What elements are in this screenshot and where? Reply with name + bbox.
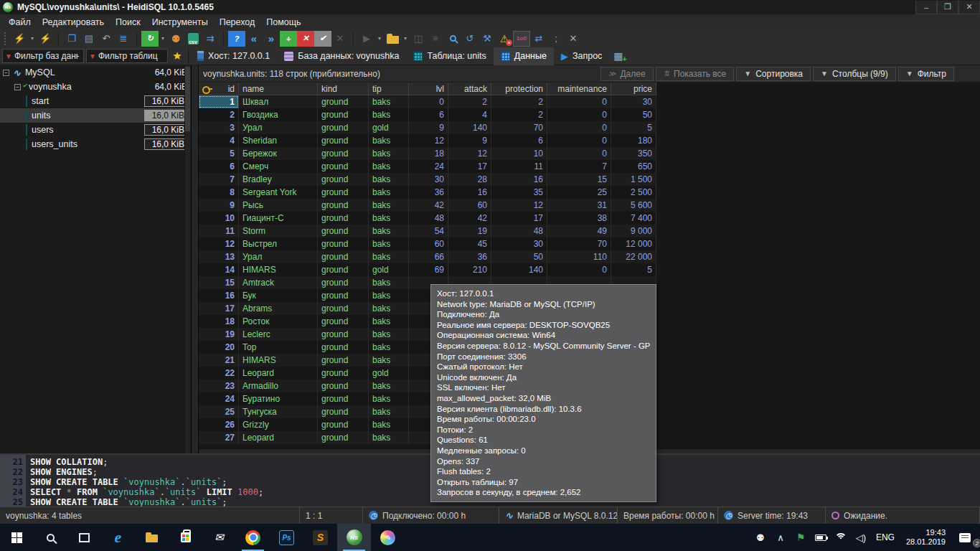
wrap-lines-icon[interactable]: ⇄ [530, 31, 547, 47]
column-header-lvl[interactable]: lvl [409, 83, 448, 95]
disconnect-icon[interactable]: ⚡ [37, 31, 54, 47]
cell[interactable]: 15 [547, 173, 611, 186]
cell[interactable]: 21 [199, 354, 239, 367]
cell[interactable]: baks [369, 405, 409, 418]
sublime-text-icon[interactable]: S [303, 524, 337, 551]
cell[interactable]: ground [318, 367, 369, 380]
menu-item[interactable]: Инструменты [146, 16, 214, 29]
cell[interactable]: 110 [547, 250, 611, 263]
tab-host[interactable]: Хост: 127.0.0.1 [190, 47, 277, 65]
minimize-button[interactable]: – [915, 1, 937, 14]
save-icon[interactable]: ◫ [410, 31, 427, 47]
cell[interactable]: 11 [199, 225, 239, 237]
cell[interactable]: baks [369, 315, 409, 328]
edge-icon[interactable]: e [101, 524, 135, 551]
cell[interactable]: baks [369, 134, 409, 147]
cell[interactable]: ground [318, 173, 369, 186]
tab-query[interactable]: ▶ Запрос [554, 47, 609, 65]
cell[interactable]: ground [318, 147, 369, 160]
sidebar-item-users[interactable]: users16,0 KiB [0, 123, 191, 137]
table-filter-input[interactable]: ▼ [86, 49, 168, 63]
cell[interactable]: Armadillo [239, 380, 318, 392]
open-file-icon[interactable] [384, 31, 401, 47]
cell[interactable]: 30 [491, 237, 547, 250]
cell[interactable]: 210 [448, 263, 491, 276]
flag-icon[interactable]: ⚑ [791, 524, 810, 551]
copy-icon[interactable]: ❐ [63, 31, 80, 47]
cell[interactable]: Рысь [239, 199, 318, 212]
cell[interactable]: 30 [409, 173, 448, 186]
cell[interactable]: 50 [611, 108, 656, 121]
sidebar-item-users_units[interactable]: users_units16,0 KiB [0, 137, 191, 151]
cell[interactable]: Бук [239, 289, 318, 302]
close-editor-icon[interactable]: ✕ [565, 31, 582, 47]
help-icon[interactable]: ? [228, 31, 245, 47]
cell[interactable]: 69 [409, 263, 448, 276]
cell[interactable]: 36 [409, 186, 448, 199]
cell[interactable]: baks [369, 289, 409, 302]
cell[interactable]: Leopard [239, 367, 318, 380]
cell[interactable]: Grizzly [239, 418, 318, 431]
columns-button[interactable]: ▼ Столбцы (9/9) [813, 67, 896, 81]
cell[interactable]: baks [369, 173, 409, 186]
sidebar-item-units[interactable]: units16,0 KiB [0, 108, 191, 123]
cell[interactable]: 60 [448, 199, 491, 212]
cell[interactable]: ground [318, 354, 369, 367]
cell[interactable]: 14 [199, 263, 239, 276]
post-changes-icon[interactable]: ✔ [314, 31, 331, 47]
wifi-icon[interactable] [831, 524, 850, 551]
cell[interactable]: 10 [491, 147, 547, 160]
cell[interactable]: 4 [448, 108, 491, 121]
column-header-kind[interactable]: kind [318, 83, 369, 95]
start-button[interactable] [0, 524, 34, 551]
discard-changes-icon[interactable]: ✕ [331, 31, 349, 47]
export-sql-icon[interactable]: ≡ [427, 31, 444, 47]
table-row[interactable]: 5Бережокgroundbaks1812100350 [199, 147, 656, 160]
cell[interactable]: 5 [611, 121, 656, 134]
heidisql-icon[interactable]: HS [337, 524, 371, 551]
cell[interactable]: baks [369, 160, 409, 173]
volume-icon[interactable]: ◁) [852, 524, 870, 551]
semicolon-icon[interactable]: ; [547, 31, 565, 47]
cell[interactable]: 48 [491, 225, 547, 237]
cell[interactable]: 35 [491, 186, 547, 199]
tab-database[interactable]: База данных: voynushka [277, 47, 406, 65]
cell[interactable]: 15 [199, 276, 239, 289]
cell[interactable]: 22 [199, 367, 239, 380]
cell[interactable]: Выстрел [239, 237, 318, 250]
show-all-button[interactable]: ⇅ Показать все [656, 67, 735, 81]
table-row[interactable]: 9Рысьgroundbaks426012315 600 [199, 199, 656, 212]
cell[interactable]: ground [318, 431, 369, 444]
delete-row-icon[interactable]: ✕ [297, 31, 314, 47]
cell[interactable]: baks [369, 302, 409, 315]
table-row[interactable]: 12Выстрелgroundbaks6045307012 000 [199, 237, 656, 250]
cell[interactable]: baks [369, 186, 409, 199]
cell[interactable]: 4 [199, 134, 239, 147]
cell[interactable]: 6 [199, 160, 239, 173]
menu-item[interactable]: Помощь [260, 16, 306, 29]
people-icon[interactable]: ⚉ [751, 524, 770, 551]
cell[interactable]: 9 [199, 199, 239, 212]
data-flow-icon[interactable]: ⇉ [202, 31, 219, 47]
execute-dropdown-icon[interactable]: ▾ [375, 31, 384, 47]
cell[interactable]: 50 [491, 250, 547, 263]
cell[interactable]: 2 500 [611, 186, 656, 199]
cell[interactable]: 25 [199, 405, 239, 418]
table-row[interactable]: 1Шквалgroundbaks022030 [199, 95, 656, 108]
cell[interactable]: 27 [199, 431, 239, 444]
cell[interactable]: ground [318, 108, 369, 121]
cell[interactable]: 70 [491, 121, 547, 134]
cell[interactable]: ground [318, 276, 369, 289]
column-header-tip[interactable]: tip [369, 83, 409, 95]
cell[interactable]: 140 [448, 121, 491, 134]
cell[interactable]: 0 [409, 95, 448, 108]
cell[interactable]: 31 [547, 199, 611, 212]
cell[interactable]: ground [318, 392, 369, 405]
cell[interactable]: 18 [409, 147, 448, 160]
column-header-attack[interactable]: attack [448, 83, 491, 95]
cell[interactable]: 20 [199, 341, 239, 354]
open-file-dropdown-icon[interactable]: ▾ [401, 31, 410, 47]
cell[interactable]: 70 [547, 237, 611, 250]
cell[interactable]: 0 [547, 134, 611, 147]
table-row[interactable]: 7Bradleygroundbaks302816151 500 [199, 173, 656, 186]
